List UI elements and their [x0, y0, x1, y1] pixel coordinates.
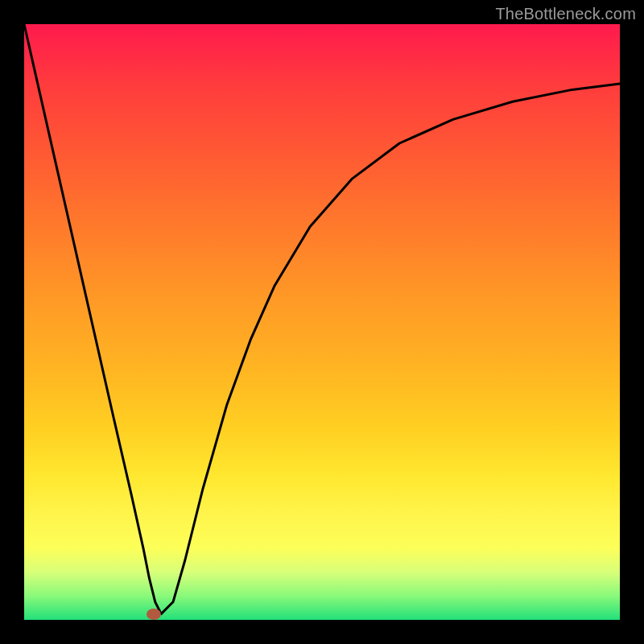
- curve-svg: [24, 24, 620, 620]
- plot-area: [24, 24, 620, 620]
- watermark-text: TheBottleneck.com: [495, 5, 636, 23]
- minimum-marker: [147, 609, 161, 620]
- chart-container: TheBottleneck.com: [0, 0, 644, 644]
- bottleneck-curve: [24, 24, 620, 614]
